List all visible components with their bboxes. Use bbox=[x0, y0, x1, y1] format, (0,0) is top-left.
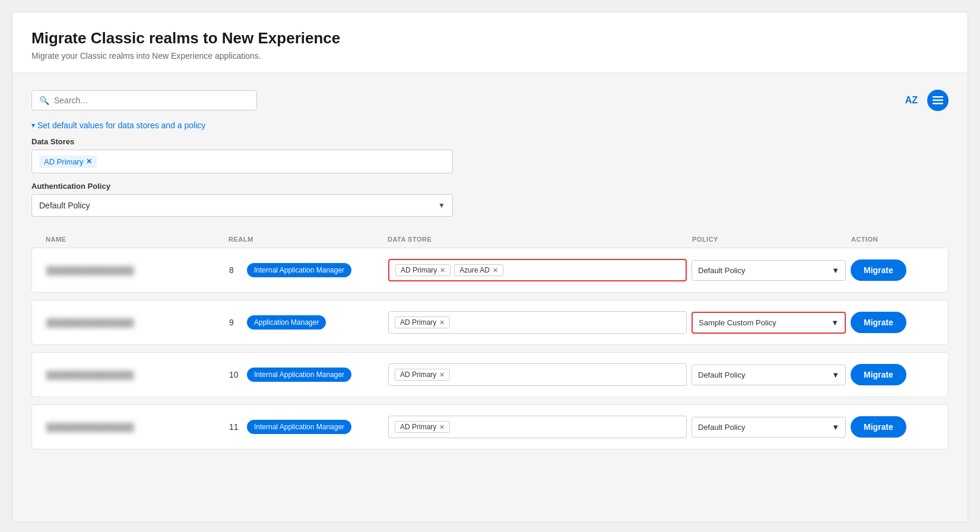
row-realm-4: 11 Internal Application Manager bbox=[229, 420, 383, 434]
row-realm-3: 10 Internal Application Manager bbox=[229, 368, 383, 382]
row-realm-2: 9 Application Manager bbox=[229, 315, 383, 330]
table-section: NAME REALM DATA STORE POLICY ACTION ████… bbox=[31, 231, 949, 449]
policy-select-2[interactable]: Sample Custom Policy ▼ bbox=[692, 312, 846, 334]
realm-number-1: 8 bbox=[229, 265, 241, 275]
policy-select-4[interactable]: Default Policy ▼ bbox=[692, 417, 846, 438]
row-realm-1: 8 Internal Application Manager bbox=[229, 263, 383, 277]
page-content: 🔍 AZ Set default values for data stores … bbox=[12, 73, 968, 522]
policy-select-3[interactable]: Default Policy ▼ bbox=[692, 365, 846, 385]
table-row-2: ████████████████ 9 Application Manager A… bbox=[31, 300, 949, 345]
col-name: NAME bbox=[46, 236, 224, 243]
search-box[interactable]: 🔍 bbox=[31, 90, 257, 110]
row-policy-1: Default Policy ▼ bbox=[692, 260, 846, 281]
search-icon: 🔍 bbox=[39, 96, 49, 105]
row-datastore-3[interactable]: AD Primary ✕ bbox=[388, 363, 687, 386]
policy-dropdown-arrow-1: ▼ bbox=[832, 266, 839, 275]
col-action: ACTION bbox=[851, 236, 934, 243]
policy-dropdown-value: Default Policy bbox=[39, 201, 90, 210]
row-policy-2: Sample Custom Policy ▼ bbox=[692, 312, 846, 334]
row-name-2: ████████████████ bbox=[46, 318, 224, 327]
action-cell-3: Migrate bbox=[851, 364, 934, 385]
page-subtitle: Migrate your Classic realms into New Exp… bbox=[31, 51, 949, 61]
realm-badge-1: Internal Application Manager bbox=[247, 263, 351, 277]
realm-number-2: 9 bbox=[229, 318, 241, 327]
migrate-button-2[interactable]: Migrate bbox=[851, 312, 906, 333]
realm-number-3: 10 bbox=[229, 370, 241, 379]
table-row-4: ████████████████ 11 Internal Application… bbox=[31, 404, 949, 449]
policy-value-1: Default Policy bbox=[698, 266, 745, 275]
row-name-1: ████████████████ bbox=[46, 266, 224, 275]
row-policy-3: Default Policy ▼ bbox=[692, 365, 846, 385]
action-cell-4: Migrate bbox=[851, 416, 934, 438]
datastore-tag-ad-2: AD Primary ✕ bbox=[395, 316, 450, 328]
svg-rect-0 bbox=[933, 96, 943, 98]
realm-badge-2: Application Manager bbox=[247, 315, 326, 330]
dropdown-arrow-icon: ▼ bbox=[438, 201, 445, 210]
migrate-button-3[interactable]: Migrate bbox=[851, 364, 906, 385]
row-datastore-1[interactable]: AD Primary ✕ Azure AD ✕ bbox=[388, 259, 687, 281]
col-datastore: DATA STORE bbox=[388, 236, 687, 243]
page-container: Migrate Classic realms to New Experience… bbox=[12, 12, 968, 522]
ad-primary-tag: AD Primary ✕ bbox=[39, 156, 97, 168]
table-row: ████████████████ 8 Internal Application … bbox=[31, 248, 949, 293]
col-realm: REALM bbox=[229, 236, 383, 243]
page-title: Migrate Classic realms to New Experience bbox=[31, 29, 949, 48]
search-input[interactable] bbox=[54, 96, 249, 105]
datastore-tag-remove-4[interactable]: ✕ bbox=[439, 371, 445, 379]
policy-dropdown[interactable]: Default Policy ▼ bbox=[31, 194, 453, 217]
realm-number-4: 11 bbox=[229, 422, 241, 432]
expand-defaults-link[interactable]: Set default values for data stores and a… bbox=[31, 121, 949, 130]
table-header: NAME REALM DATA STORE POLICY ACTION bbox=[31, 231, 949, 248]
policy-value-4: Default Policy bbox=[698, 423, 745, 432]
datastore-tag-ad-4: AD Primary ✕ bbox=[395, 421, 450, 433]
datastore-tag-azure: Azure AD ✕ bbox=[454, 264, 503, 276]
realm-badge-4: Internal Application Manager bbox=[247, 420, 351, 434]
page-header: Migrate Classic realms to New Experience… bbox=[12, 12, 968, 73]
default-values-section: Set default values for data stores and a… bbox=[31, 121, 949, 217]
tag-remove-icon[interactable]: ✕ bbox=[86, 157, 92, 166]
policy-dropdown-arrow-4: ▼ bbox=[832, 423, 839, 432]
list-view-button[interactable] bbox=[927, 90, 949, 111]
policy-select-1[interactable]: Default Policy ▼ bbox=[692, 260, 846, 281]
policy-value-2: Sample Custom Policy bbox=[699, 318, 776, 327]
svg-rect-1 bbox=[933, 100, 943, 102]
list-icon bbox=[933, 96, 943, 104]
datastore-tag-ad: AD Primary ✕ bbox=[395, 264, 451, 276]
row-datastore-2[interactable]: AD Primary ✕ bbox=[388, 311, 687, 334]
datastore-tag-remove-2[interactable]: ✕ bbox=[493, 267, 498, 274]
datastore-tag-remove[interactable]: ✕ bbox=[440, 267, 445, 274]
col-policy: POLICY bbox=[692, 236, 846, 243]
data-stores-label: Data Stores bbox=[31, 137, 949, 146]
action-cell-2: Migrate bbox=[851, 312, 934, 333]
datastore-tag-remove-3[interactable]: ✕ bbox=[439, 319, 445, 327]
row-policy-4: Default Policy ▼ bbox=[692, 417, 846, 438]
realm-badge-3: Internal Application Manager bbox=[247, 368, 351, 382]
controls-right: AZ bbox=[903, 90, 949, 111]
svg-rect-2 bbox=[933, 103, 943, 104]
table-row-3: ████████████████ 10 Internal Application… bbox=[31, 352, 949, 397]
tag-label: AD Primary bbox=[44, 157, 83, 166]
data-stores-field[interactable]: AD Primary ✕ bbox=[31, 150, 453, 173]
action-cell-1: Migrate bbox=[851, 259, 934, 281]
row-datastore-4[interactable]: AD Primary ✕ bbox=[388, 416, 687, 438]
migrate-button-1[interactable]: Migrate bbox=[851, 259, 906, 281]
row-name-3: ████████████████ bbox=[46, 370, 224, 379]
datastore-tag-ad-3: AD Primary ✕ bbox=[395, 369, 450, 381]
policy-dropdown-arrow-3: ▼ bbox=[832, 370, 839, 379]
search-controls-row: 🔍 AZ bbox=[31, 90, 949, 111]
migrate-button-4[interactable]: Migrate bbox=[851, 416, 906, 438]
policy-value-3: Default Policy bbox=[698, 370, 745, 379]
az-sort-button[interactable]: AZ bbox=[903, 93, 920, 108]
policy-dropdown-arrow-2: ▼ bbox=[831, 318, 839, 327]
datastore-tag-remove-5[interactable]: ✕ bbox=[439, 423, 445, 431]
auth-policy-label: Authentication Policy bbox=[31, 182, 949, 191]
row-name-4: ████████████████ bbox=[46, 423, 224, 432]
